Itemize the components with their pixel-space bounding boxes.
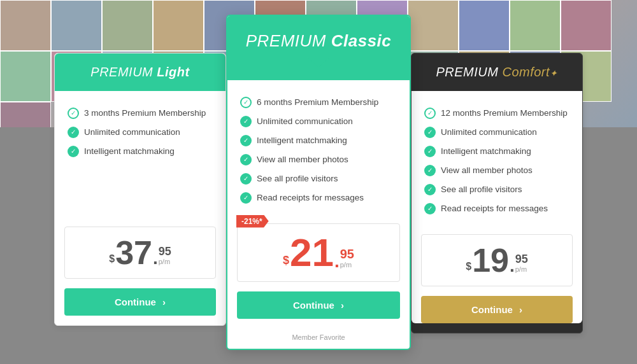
list-item: ✓ Unlimited communication — [240, 112, 397, 131]
list-item: ✓ See all profile visitors — [240, 169, 397, 188]
plan-comfort: PREMIUM Comfort✦ ✓ 12 months Premium Mem… — [411, 53, 583, 333]
price-decimal: 95 — [515, 253, 528, 265]
check-circle-filled-icon: ✓ — [240, 116, 252, 127]
price-decimal: 95 — [340, 248, 354, 260]
price-display: $ 21 . 95 p/m — [244, 233, 393, 272]
arrow-icon: › — [519, 304, 522, 315]
price-period: p/m — [159, 258, 170, 265]
list-item: ✓ View all member photos — [240, 150, 397, 169]
plan-comfort-features: ✓ 12 months Premium Membership ✓ Unlimit… — [424, 104, 569, 218]
price-dot: . — [510, 255, 515, 277]
price-decimal-wrapper: 95 p/m — [515, 253, 528, 273]
plans-container: PREMIUM Light ✓ 3 months Premium Members… — [0, 0, 637, 364]
plan-light-title: PREMIUM Light — [68, 65, 213, 80]
plan-light-title-bold: PREMIUM — [90, 65, 153, 79]
member-favorite-label: Member Favorite — [227, 328, 410, 349]
list-item: ✓ Read receipts for messages — [240, 188, 397, 207]
check-circle-outline-icon: ✓ — [68, 108, 79, 119]
price-display: $ 37 . 95 p/m — [71, 236, 209, 269]
price-decimal: 95 — [159, 246, 171, 257]
price-dot: . — [334, 251, 340, 272]
feature-spacer — [68, 161, 213, 178]
list-item: ✓ View all member photos — [424, 161, 569, 180]
price-currency: $ — [109, 254, 115, 264]
check-circle-filled-icon: ✓ — [240, 192, 252, 204]
price-period: p/m — [340, 262, 352, 269]
list-item: ✓ Intelligent matchmaking — [424, 142, 569, 161]
check-circle-filled-icon: ✓ — [240, 154, 252, 165]
price-currency: $ — [466, 262, 471, 272]
feature-spacer — [68, 194, 213, 211]
discount-badge: -21%* — [236, 215, 269, 228]
arrow-icon: › — [341, 300, 344, 311]
plan-classic-header: PREMIUM Classic — [227, 16, 410, 80]
plan-classic-continue-button[interactable]: Continue › — [237, 291, 400, 319]
plan-light-title-italic: Light — [157, 65, 189, 79]
plan-light-continue-button[interactable]: Continue › — [64, 288, 216, 316]
list-item: ✓ Unlimited communication — [424, 123, 569, 142]
plan-light-header: PREMIUM Light — [55, 53, 225, 91]
price-dot: . — [153, 248, 158, 269]
check-circle-outline-icon: ✓ — [424, 108, 436, 119]
list-item: ✓ Read receipts for messages — [424, 199, 569, 218]
continue-label: Continue — [471, 304, 513, 315]
plan-classic-features: ✓ 6 months Premium Membership ✓ Unlimite… — [240, 93, 397, 207]
continue-label: Continue — [293, 300, 334, 311]
check-circle-filled-icon: ✓ — [68, 146, 79, 157]
price-decimal-wrapper: 95 p/m — [340, 248, 354, 269]
plan-comfort-body: ✓ 12 months Premium Membership ✓ Unlimit… — [412, 91, 582, 228]
plan-comfort-title-italic: Comfort — [502, 65, 550, 79]
plan-classic-body: ✓ 6 months Premium Membership ✓ Unlimite… — [227, 80, 410, 217]
check-circle-filled-icon: ✓ — [424, 165, 436, 176]
plan-classic-price: -21%* $ 21 . 95 p/m — [237, 223, 400, 282]
price-display: $ 19 . 95 p/m — [428, 244, 566, 277]
plan-comfort-title-bold: PREMIUM — [436, 65, 498, 79]
check-circle-filled-icon: ✓ — [424, 203, 436, 214]
plan-comfort-body-wrap: ✓ 12 months Premium Membership ✓ Unlimit… — [412, 91, 582, 323]
check-circle-filled-icon: ✓ — [424, 146, 436, 157]
price-whole: 19 — [472, 244, 509, 277]
check-circle-outline-icon: ✓ — [240, 97, 252, 108]
list-item: ✓ 6 months Premium Membership — [240, 93, 397, 112]
plan-light-price: $ 37 . 95 p/m — [64, 227, 216, 279]
price-whole: 37 — [115, 236, 152, 269]
list-item: ✓ 3 months Premium Membership — [68, 104, 213, 123]
plan-classic-title: PREMIUM Classic — [240, 31, 397, 51]
price-decimal-wrapper: 95 p/m — [159, 246, 171, 265]
list-item: ✓ See all profile visitors — [424, 180, 569, 199]
plan-light: PREMIUM Light ✓ 3 months Premium Members… — [54, 53, 226, 326]
list-item: ✓ Intelligent matchmaking — [68, 142, 213, 161]
plan-comfort-continue-button[interactable]: Continue › — [421, 296, 573, 323]
list-item: ✓ Intelligent matchmaking — [240, 131, 397, 150]
price-period: p/m — [515, 266, 527, 273]
plan-classic-title-italic: Classic — [331, 31, 392, 50]
price-whole: 21 — [290, 233, 334, 272]
check-circle-filled-icon: ✓ — [240, 173, 252, 185]
check-circle-filled-icon: ✓ — [240, 135, 252, 146]
check-circle-filled-icon: ✓ — [424, 127, 436, 138]
plan-comfort-title: PREMIUM Comfort✦ — [424, 65, 569, 80]
comfort-star-icon: ✦ — [550, 68, 558, 78]
arrow-icon: › — [162, 297, 166, 307]
feature-spacer — [68, 178, 213, 194]
plans-wrapper: PREMIUM Light ✓ 3 months Premium Members… — [54, 15, 583, 350]
list-item: ✓ Unlimited communication — [68, 123, 213, 142]
plan-comfort-price: $ 19 . 95 p/m — [421, 234, 573, 286]
price-currency: $ — [283, 255, 289, 266]
continue-label: Continue — [115, 297, 156, 307]
check-circle-filled-icon: ✓ — [68, 127, 79, 138]
plan-light-body: ✓ 3 months Premium Membership ✓ Unlimite… — [55, 91, 225, 220]
plan-classic: PREMIUM Classic ✓ 6 months Premium Membe… — [226, 15, 411, 350]
check-circle-filled-icon: ✓ — [424, 184, 436, 195]
list-item: ✓ 12 months Premium Membership — [424, 104, 569, 123]
plan-comfort-header: PREMIUM Comfort✦ — [412, 53, 582, 91]
plan-light-features: ✓ 3 months Premium Membership ✓ Unlimite… — [68, 104, 213, 211]
plan-classic-title-bold: PREMIUM — [246, 31, 326, 50]
